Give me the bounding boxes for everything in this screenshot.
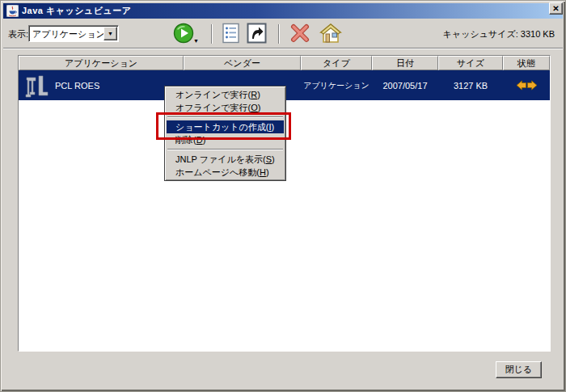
menu-item-go-to-homepage[interactable]: ホームページへ移動(H) [167, 166, 284, 179]
pcl-roes-app-icon [24, 74, 49, 98]
cell-application: PCL ROES [19, 70, 184, 100]
menu-item-label: ) [266, 167, 269, 177]
column-header-vendor[interactable]: ベンダー [184, 56, 301, 70]
combobox-dropdown-button[interactable]: ▼ [103, 27, 117, 40]
view-type-combobox[interactable]: アプリケーション ▼ [28, 25, 119, 42]
run-options-arrow[interactable]: ▼ [193, 38, 199, 44]
menu-separator [167, 149, 283, 150]
document-list-icon [221, 23, 241, 44]
cell-date: 2007/05/17 [372, 70, 438, 100]
column-header-date[interactable]: 日付 [372, 56, 438, 70]
close-dialog-button[interactable]: 閉じる [496, 361, 542, 378]
java-cache-viewer-window: Java キャッシュビューア ✕ 表示: アプリケーション ▼ ▼ [0, 0, 566, 392]
menu-item-label: ホームページへ移動( [175, 167, 260, 177]
delete-cache-entry-button[interactable] [288, 23, 312, 44]
context-menu: オンラインで実行(R) オフラインで実行(O) ショートカットの作成(I) 削除… [164, 86, 286, 181]
toolbar: 表示: アプリケーション ▼ ▼ [3, 20, 563, 48]
column-header-type[interactable]: タイプ [301, 56, 372, 70]
cache-size-value: 3310 KB [521, 29, 555, 39]
menu-item-mnemonic: H [260, 167, 266, 177]
online-offline-status-icon [516, 80, 538, 91]
view-type-value: アプリケーション [32, 28, 105, 40]
title-bar[interactable]: Java キャッシュビューア [3, 3, 563, 19]
menu-item-mnemonic: R [251, 90, 257, 99]
menu-item-label: JNLP ファイルを表示( [175, 154, 266, 164]
close-dialog-label: 閉じる [505, 364, 533, 376]
toolbar-separator [278, 24, 280, 44]
column-header-size[interactable]: サイズ [438, 56, 503, 70]
shortcut-arrow-icon [247, 23, 267, 44]
close-icon: ✕ [552, 5, 559, 13]
menu-separator [167, 116, 283, 118]
menu-item-label: オフラインで実行( [175, 103, 251, 112]
run-button[interactable] [173, 23, 195, 44]
cache-size-status: キャッシュサイズ: 3310 KB [443, 28, 555, 40]
menu-item-mnemonic: O [251, 103, 258, 112]
java-logo-icon [6, 5, 19, 17]
cell-size: 3127 KB [438, 70, 503, 100]
install-shortcut-button[interactable] [247, 23, 267, 44]
menu-item-label: ) [258, 103, 261, 112]
column-header-application[interactable]: アプリケーション [19, 56, 184, 70]
show-jnlp-descriptor-button[interactable] [221, 23, 241, 44]
menu-item-run-online[interactable]: オンラインで実行(R) [167, 88, 284, 101]
cell-status [503, 70, 550, 100]
menu-item-label: ) [272, 154, 275, 164]
window-title: Java キャッシュビューア [22, 5, 132, 17]
menu-item-mnemonic: D [196, 135, 203, 145]
play-icon [173, 23, 195, 44]
menu-item-show-jnlp-file[interactable]: JNLP ファイルを表示(S) [167, 153, 284, 166]
menu-item-label: 削除( [175, 135, 196, 145]
toolbar-separator [211, 24, 213, 44]
delete-x-icon [288, 23, 312, 44]
menu-item-label: オンラインで実行( [175, 90, 251, 99]
application-name: PCL ROES [55, 81, 99, 91]
close-window-button[interactable]: ✕ [549, 2, 563, 15]
menu-item-label: ショートカットの作成( [175, 122, 268, 132]
column-header-status[interactable]: 状態 [503, 56, 550, 70]
cache-size-label: キャッシュサイズ: [443, 29, 518, 39]
menu-item-run-offline[interactable]: オフラインで実行(O) [167, 101, 284, 114]
cell-type: アプリケーション [301, 70, 372, 100]
toolbar-divider [3, 48, 563, 49]
home-icon [319, 23, 343, 44]
menu-item-label: ) [257, 90, 260, 99]
menu-item-create-shortcut[interactable]: ショートカットの作成(I) [167, 120, 284, 133]
menu-item-label: ) [203, 135, 206, 145]
chevron-down-icon: ▼ [193, 38, 199, 44]
menu-item-mnemonic: S [266, 154, 272, 164]
chevron-down-icon: ▼ [108, 31, 113, 36]
menu-item-label: ) [272, 122, 275, 132]
go-home-button[interactable] [319, 23, 343, 44]
show-label: 表示: [8, 28, 28, 40]
table-header: アプリケーション ベンダー タイプ 日付 サイズ 状態 [19, 56, 550, 70]
menu-item-delete[interactable]: 削除(D) [167, 133, 284, 146]
